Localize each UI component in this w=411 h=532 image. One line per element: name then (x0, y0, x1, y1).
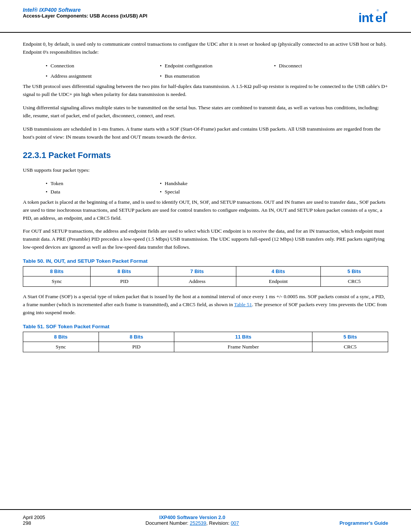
footer-center: IXP400 Software Version 2.0 Document Num… (145, 514, 239, 526)
footer-doc-num[interactable]: 252539 (190, 520, 206, 526)
table50-col5-header: 5 Bits (320, 267, 388, 276)
footer-doc-prefix: Document Number: (145, 520, 190, 526)
para7: For OUT and SETUP transactions, the addr… (23, 227, 388, 251)
table50-caption: Table 50. IN, OUT, and SETUP Token Packe… (23, 258, 388, 264)
table51-col1-header: 8 Bits (23, 332, 99, 342)
bullet-col-1: Connection (46, 62, 160, 70)
para4: USB transmissions are scheduled in 1-ms … (23, 125, 388, 141)
section-title: Packet Formats (48, 150, 111, 160)
table50-col3-header: 7 Bits (158, 267, 236, 276)
section-number: 22.3.1 (23, 150, 46, 160)
section-heading: 22.3.1 Packet Formats (23, 150, 388, 160)
footer-version: IXP400 Software Version 2.0 (145, 514, 239, 520)
svg-rect-2 (375, 13, 383, 16)
para8: A Start Of Frame (SOF) is a special type… (23, 293, 388, 317)
svg-text:®: ® (377, 9, 379, 12)
svg-point-4 (385, 11, 387, 14)
table51-data-row: Sync PID Frame Number CRC5 (23, 342, 388, 352)
table51-col2-header: 8 Bits (99, 332, 174, 342)
footer-revision[interactable]: 007 (231, 520, 239, 526)
bullet-bus: Bus enumeration (160, 72, 274, 80)
bullet-address: Address assignment (46, 72, 160, 80)
bullet-connection: Connection (46, 62, 160, 70)
table51-sync: Sync (23, 342, 99, 352)
packet-col-1: Token Data (46, 179, 160, 196)
footer-inner: April 2005 298 IXP400 Software Version 2… (23, 514, 388, 526)
table51-header-row: 8 Bits 8 Bits 11 Bits 5 Bits (23, 332, 388, 342)
svg-text:e: e (375, 10, 382, 25)
table51-frame-number: Frame Number (174, 342, 312, 352)
svg-text:int: int (358, 10, 373, 25)
header-subtitle: Access-Layer Components: USB Access (ixU… (23, 13, 147, 19)
table50-address: Address (158, 276, 236, 287)
intel-logo: int e l ® (358, 7, 388, 27)
bullet-special: Special (160, 188, 274, 196)
para2: The USB protocol uses differential signa… (23, 83, 388, 99)
table51-pid: PID (99, 342, 174, 352)
footer-right: Programmer's Guide (339, 520, 388, 526)
page-footer: April 2005 298 IXP400 Software Version 2… (0, 509, 411, 532)
table50-pid: PID (91, 276, 158, 287)
para1: Endpoint 0, by default, is used only to … (23, 40, 388, 56)
page-content: Endpoint 0, by default, is used only to … (0, 33, 411, 366)
table50-crc5: CRC5 (320, 276, 388, 287)
page-header: Intel® IXP400 Software Access-Layer Comp… (0, 0, 411, 33)
table51-crc5: CRC5 (312, 342, 388, 352)
para5: USB supports four packet types: (23, 166, 388, 174)
page: Intel® IXP400 Software Access-Layer Comp… (0, 0, 411, 532)
intel-logo-svg: int e l ® (358, 7, 388, 26)
footer-date: April 2005 (23, 514, 45, 520)
table51-link[interactable]: Table 51 (234, 302, 252, 307)
header-text: Intel® IXP400 Software Access-Layer Comp… (23, 7, 147, 19)
table51: 8 Bits 8 Bits 11 Bits 5 Bits Sync PID Fr… (23, 332, 388, 352)
table50-col2-header: 8 Bits (91, 267, 158, 276)
footer-revision-prefix: , Revision: (206, 520, 231, 526)
table50-endpoint: Endpoint (236, 276, 320, 287)
footer-page-number: 298 (23, 520, 45, 526)
packet-bullets: Token Data Handshake Special (46, 179, 388, 196)
footer-left: April 2005 298 (23, 514, 45, 526)
bullet-endpoint-config: Endpoint configuration (160, 62, 274, 70)
table50-col1-header: 8 Bits (23, 267, 91, 276)
table51-caption: Table 51. SOF Token Packet Format (23, 324, 388, 329)
bullet-handshake: Handshake (160, 179, 274, 188)
table50-header-row: 8 Bits 8 Bits 7 Bits 4 Bits 5 Bits (23, 267, 388, 276)
table51-col4-header: 5 Bits (312, 332, 388, 342)
para3: Using differential signaling allows mult… (23, 104, 388, 120)
bullet-col-5: Bus enumeration (160, 72, 274, 80)
packet-col-2: Handshake Special (160, 179, 274, 196)
table51-col3-header: 11 Bits (174, 332, 312, 342)
packet-col-3 (274, 179, 388, 196)
table50: 8 Bits 8 Bits 7 Bits 4 Bits 5 Bits Sync … (23, 266, 388, 287)
bullet-disconnect: Disconnect (274, 62, 388, 70)
bullets-row1: Connection Endpoint configuration Discon… (46, 62, 388, 70)
bullet-col-6 (274, 72, 388, 80)
table50-col4-header: 4 Bits (236, 267, 320, 276)
bullet-col-3: Disconnect (274, 62, 388, 70)
table50-data-row: Sync PID Address Endpoint CRC5 (23, 276, 388, 287)
bullet-data: Data (46, 188, 160, 196)
para6: A token packet is placed at the beginnin… (23, 198, 388, 222)
bullets-row2: Address assignment Bus enumeration (46, 72, 388, 80)
footer-doc-number: Document Number: 252539, Revision: 007 (145, 520, 239, 526)
header-title: Intel® IXP400 Software (23, 7, 147, 13)
bullet-col-2: Endpoint configuration (160, 62, 274, 70)
table50-sync: Sync (23, 276, 91, 287)
bullet-token: Token (46, 179, 160, 188)
bullet-col-4: Address assignment (46, 72, 160, 80)
